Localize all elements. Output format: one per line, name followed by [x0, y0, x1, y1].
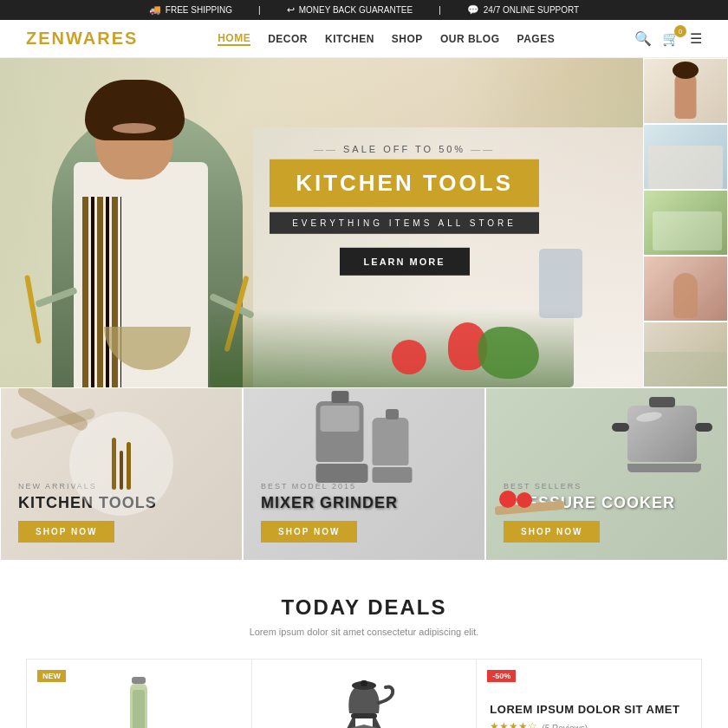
logo[interactable]: ZENWARES: [26, 29, 138, 49]
svg-rect-0: [132, 677, 146, 684]
tomato-1: [499, 491, 517, 508]
cooker-handle-left: [612, 423, 629, 432]
deal-item-kettle: [252, 660, 478, 728]
hero-main-banner: SALE OFF TO 50% KITCHEN TOOLS EVERYTHING…: [0, 58, 643, 387]
tomato-2: [517, 492, 532, 508]
mixer-side-group: [373, 418, 413, 483]
deal-stars: ★★★★☆: [490, 720, 537, 728]
cooker-top-handle: [649, 397, 675, 407]
thumb-2[interactable]: [643, 124, 728, 190]
support-info: 💬 24/7 ONLINE SUPPORT: [467, 4, 579, 16]
support-icon: 💬: [467, 4, 479, 16]
deals-section: TODAY DEALS Lorem ipsum dolor sit amet c…: [0, 561, 728, 728]
svg-rect-5: [351, 713, 377, 718]
product-card-mixer: Best Model 2015 MIXER GRINDER SHOP NOW: [243, 387, 485, 561]
products-section: New Arrivals KITCHEN TOOLS SHOP NOW: [0, 387, 728, 561]
nav-shop[interactable]: SHOP: [392, 33, 423, 45]
thumb-5[interactable]: [643, 322, 728, 387]
search-icon[interactable]: 🔍: [634, 30, 652, 47]
thermos-image: [100, 677, 178, 728]
hero-title-box: KITCHEN TOOLS: [270, 159, 539, 207]
tomato-deco: [392, 340, 426, 374]
deal-info-content: LOREM IPSUM DOLOR SIT AMET ★★★★☆ (5 Revi…: [490, 703, 688, 728]
sale-off-text: SALE OFF TO 50%: [270, 144, 539, 154]
hero-subtitle: EVERYTHING ITEMS ALL STORE: [287, 218, 522, 228]
product-card-kitchen-tools: New Arrivals KITCHEN TOOLS SHOP NOW: [0, 387, 243, 561]
cart-badge: 0: [674, 25, 686, 37]
main-nav: HOME DECOR KITCHEN SHOP OUR BLOG PAGES: [218, 32, 555, 46]
deal-badge-new: NEW: [37, 670, 66, 682]
hero-text-box: SALE OFF TO 50% KITCHEN TOOLS EVERYTHING…: [270, 144, 539, 276]
kettle-image: [325, 677, 403, 728]
nav-home[interactable]: HOME: [218, 32, 250, 46]
learn-more-button[interactable]: LEARN MORE: [340, 248, 470, 276]
product-card-cooker: Best Sellers PRESSURE COOKER SHOP NOW: [485, 387, 728, 561]
header-icons: 🔍 🛒 0 ☰: [634, 30, 702, 47]
nav-decor[interactable]: DECOR: [268, 33, 308, 45]
cooker-handle-right: [695, 423, 712, 432]
money-back-text: MONEY BACK GUARANTEE: [299, 5, 413, 15]
card-badge-3: Best Sellers: [504, 482, 710, 491]
nav-blog[interactable]: OUR BLOG: [440, 33, 500, 45]
deal-rating-row: ★★★★☆ (5 Reviews): [490, 720, 688, 728]
cooker-body: [627, 406, 697, 462]
thumb-3[interactable]: [643, 190, 728, 256]
hero-title: KITCHEN TOOLS: [296, 170, 513, 197]
kettle-svg: [325, 677, 403, 728]
nav-pages[interactable]: PAGES: [517, 33, 556, 45]
mixer-base: [316, 464, 368, 483]
cooker-visual: [627, 406, 701, 472]
deals-subtitle: Lorem ipsum dolor sit amet consectetur a…: [26, 627, 702, 637]
mixer-visual: [316, 401, 413, 483]
mixer-body-group: [316, 401, 368, 483]
hero-sidebar: [643, 58, 728, 387]
truck-icon: 🚚: [149, 4, 161, 16]
card-title-2: MIXER GRINDER: [261, 494, 467, 512]
hero-section: SALE OFF TO 50% KITCHEN TOOLS EVERYTHING…: [0, 58, 728, 387]
shop-now-button-2[interactable]: SHOP NOW: [261, 521, 357, 543]
header: ZENWARES HOME DECOR KITCHEN SHOP OUR BLO…: [0, 20, 728, 58]
card-badge-2: Best Model 2015: [261, 482, 467, 491]
flower-vase: [539, 249, 582, 318]
shop-now-button-3[interactable]: SHOP NOW: [504, 521, 600, 543]
mixer-jar-glass: [321, 406, 360, 432]
money-back-info: ↩ MONEY BACK GUARANTEE: [287, 4, 413, 16]
menu-icon[interactable]: ☰: [690, 30, 702, 47]
support-text: 24/7 ONLINE SUPPORT: [484, 5, 579, 15]
cart-icon[interactable]: 🛒 0: [662, 30, 679, 47]
person-apron-stripe: [82, 197, 121, 387]
deal-name: LOREM IPSUM DOLOR SIT AMET: [490, 703, 688, 716]
top-bar: 🚚 FREE SHIPPING | ↩ MONEY BACK GUARANTEE…: [0, 0, 728, 20]
person-head: [95, 93, 173, 179]
kitchen-tools-visual: [112, 438, 131, 490]
spatula: [127, 442, 131, 490]
deal-item-info: -50% LOREM IPSUM DOLOR SIT AMET ★★★★☆ (5…: [477, 660, 701, 728]
person-smile: [113, 123, 156, 133]
return-icon: ↩: [287, 4, 295, 16]
shipping-info: 🚚 FREE SHIPPING: [149, 4, 232, 16]
deal-reviews: (5 Reviews): [542, 724, 588, 729]
spoon: [120, 451, 123, 490]
hero-subtitle-box: EVERYTHING ITEMS ALL STORE: [270, 212, 539, 234]
deals-grid: NEW: [26, 659, 702, 728]
rolling-pin: [112, 438, 116, 490]
deals-title: TODAY DEALS: [26, 595, 702, 620]
svg-rect-7: [361, 680, 367, 686]
deal-badge-sale: -50%: [487, 670, 516, 682]
thermos-svg: [121, 677, 156, 728]
mixer-jar: [316, 401, 364, 462]
shipping-text: FREE SHIPPING: [166, 5, 232, 15]
cooker-base: [627, 464, 701, 472]
cooker-shine: [635, 410, 662, 423]
thumb-1[interactable]: [643, 58, 728, 124]
thumb-4[interactable]: [643, 256, 728, 322]
shop-now-button-1[interactable]: SHOP NOW: [18, 521, 114, 543]
nav-kitchen[interactable]: KITCHEN: [325, 33, 374, 45]
svg-rect-2: [133, 690, 145, 728]
utensil-left: [24, 275, 42, 344]
mixer-lid: [331, 391, 348, 403]
deal-item-thermos: NEW: [27, 660, 252, 728]
mixer-side-jar: [373, 418, 409, 465]
mixer-side-base: [373, 467, 413, 483]
mixer-side-lid: [386, 409, 399, 419]
